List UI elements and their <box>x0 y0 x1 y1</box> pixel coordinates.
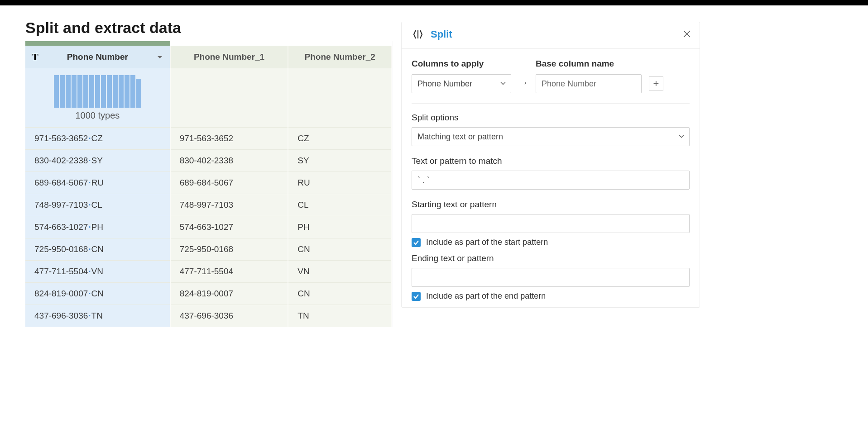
cell-phone-number-2[interactable]: CN <box>288 282 392 305</box>
split-delimiter-marker: · <box>88 200 91 210</box>
cell-phone-number-1[interactable]: 477-711-5504 <box>170 260 288 282</box>
cell-phone-number[interactable]: 971-563-3652·CZ <box>25 127 170 149</box>
table-row[interactable]: 574-663-1027·PH574-663-1027PH <box>25 216 392 238</box>
types-count-label: 1000 types <box>34 110 161 121</box>
cell-phone-number-2[interactable]: PH <box>288 216 392 238</box>
cell-phone-number-2[interactable]: TN <box>288 305 392 327</box>
select-value: Matching text or pattern <box>417 132 503 142</box>
cell-phone-number-1[interactable]: 830-402-2338 <box>170 149 288 172</box>
base-column-name-label: Base column name <box>536 59 642 69</box>
split-panel: Split Columns to apply Phone Number <box>401 22 700 308</box>
data-quality-bar <box>25 41 170 46</box>
split-options-label: Split options <box>412 113 690 123</box>
table-row[interactable]: 824-819-0007·CN824-819-0007CN <box>25 282 392 305</box>
cell-phone-number[interactable]: 689-684-5067·RU <box>25 172 170 194</box>
column-profile-empty <box>288 68 392 127</box>
cell-phone-number[interactable]: 824-819-0007·CN <box>25 282 170 305</box>
ending-pattern-input[interactable] <box>412 268 690 287</box>
chevron-down-icon <box>678 132 685 142</box>
starting-pattern-input[interactable] <box>412 214 690 233</box>
split-delimiter-marker: · <box>88 289 91 298</box>
cell-phone-number-1[interactable]: 725-950-0168 <box>170 238 288 260</box>
table-row[interactable]: 748-997-7103·CL748-997-7103CL <box>25 194 392 216</box>
cell-phone-number-1[interactable]: 971-563-3652 <box>170 127 288 149</box>
split-delimiter-marker: · <box>88 133 91 143</box>
chevron-down-icon[interactable] <box>156 53 163 61</box>
include-start-checkbox[interactable] <box>412 238 421 247</box>
column-header-phone-number[interactable]: T Phone Number <box>25 46 170 68</box>
cell-phone-number-1[interactable]: 574-663-1027 <box>170 216 288 238</box>
select-value: Phone Number <box>417 79 472 89</box>
cell-phone-number-2[interactable]: RU <box>288 172 392 194</box>
cell-phone-number-2[interactable]: VN <box>288 260 392 282</box>
cell-phone-number-2[interactable]: CZ <box>288 127 392 149</box>
cell-phone-number[interactable]: 477-711-5504·VN <box>25 260 170 282</box>
cell-phone-number-1[interactable]: 824-819-0007 <box>170 282 288 305</box>
cell-phone-number[interactable]: 830-402-2338·SY <box>25 149 170 172</box>
include-end-checkbox[interactable] <box>412 292 421 301</box>
column-profile-empty <box>170 68 288 127</box>
cell-phone-number-2[interactable]: CL <box>288 194 392 216</box>
column-label: Phone Number_2 <box>305 52 375 62</box>
column-profile: 1000 types <box>25 68 170 127</box>
split-options-select[interactable]: Matching text or pattern <box>412 127 690 146</box>
split-icon <box>412 29 424 40</box>
data-table: T Phone Number Phone Number_1 Phone Numb… <box>25 41 392 327</box>
starting-pattern-label: Starting text or pattern <box>412 200 690 210</box>
column-label: Phone Number_1 <box>194 52 264 62</box>
cell-phone-number-1[interactable]: 437-696-3036 <box>170 305 288 327</box>
add-column-button[interactable]: + <box>649 76 663 91</box>
cell-phone-number[interactable]: 748-997-7103·CL <box>25 194 170 216</box>
arrow-right-icon: → <box>518 77 528 93</box>
chevron-down-icon <box>500 79 506 89</box>
include-end-label: Include as part of the end pattern <box>426 291 546 301</box>
column-header-phone-number-2[interactable]: Phone Number_2 <box>288 46 392 68</box>
split-delimiter-marker: · <box>88 156 91 165</box>
histogram-icon <box>34 74 161 108</box>
cell-phone-number-2[interactable]: CN <box>288 238 392 260</box>
table-row[interactable]: 830-402-2338·SY830-402-2338SY <box>25 149 392 172</box>
text-type-icon: T <box>32 51 38 63</box>
column-label: Phone Number <box>67 52 128 62</box>
table-row[interactable]: 477-711-5504·VN477-711-5504VN <box>25 260 392 282</box>
cell-phone-number-2[interactable]: SY <box>288 149 392 172</box>
table-row[interactable]: 971-563-3652·CZ971-563-3652CZ <box>25 127 392 149</box>
close-icon[interactable] <box>682 29 691 40</box>
text-pattern-label: Text or pattern to match <box>412 156 690 166</box>
text-pattern-input[interactable] <box>412 171 690 190</box>
panel-title: Split <box>431 29 452 40</box>
table-row[interactable]: 437-696-3036·TN437-696-3036TN <box>25 305 392 327</box>
divider <box>412 103 690 104</box>
columns-to-apply-select[interactable]: Phone Number <box>412 74 511 93</box>
ending-pattern-label: Ending text or pattern <box>412 253 690 263</box>
split-delimiter-marker: · <box>88 244 91 254</box>
split-delimiter-marker: · <box>88 222 91 232</box>
split-delimiter-marker: · <box>88 311 91 320</box>
table-row[interactable]: 725-950-0168·CN725-950-0168CN <box>25 238 392 260</box>
column-header-phone-number-1[interactable]: Phone Number_1 <box>170 46 288 68</box>
cell-phone-number[interactable]: 437-696-3036·TN <box>25 305 170 327</box>
cell-phone-number[interactable]: 574-663-1027·PH <box>25 216 170 238</box>
split-delimiter-marker: · <box>88 267 91 276</box>
include-start-label: Include as part of the start pattern <box>426 238 548 247</box>
columns-to-apply-label: Columns to apply <box>412 59 511 69</box>
split-delimiter-marker: · <box>88 178 91 187</box>
table-row[interactable]: 689-684-5067·RU689-684-5067RU <box>25 172 392 194</box>
cell-phone-number[interactable]: 725-950-0168·CN <box>25 238 170 260</box>
base-column-name-input[interactable] <box>536 74 642 93</box>
page-title: Split and extract data <box>25 19 392 37</box>
cell-phone-number-1[interactable]: 748-997-7103 <box>170 194 288 216</box>
cell-phone-number-1[interactable]: 689-684-5067 <box>170 172 288 194</box>
